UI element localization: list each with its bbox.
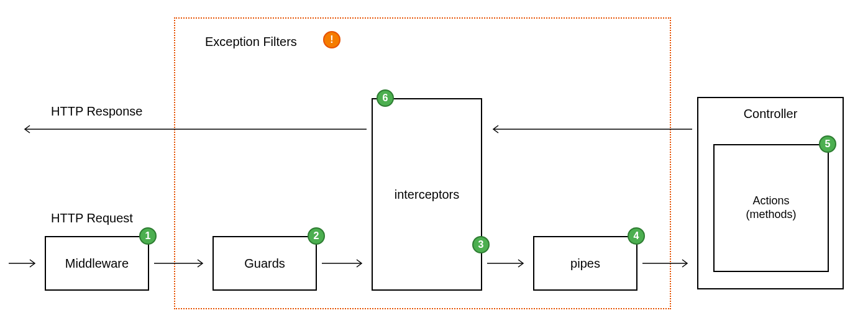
warning-icon: ! <box>323 31 340 48</box>
middleware-box: Middleware <box>45 236 149 291</box>
interceptors-label: interceptors <box>395 188 460 202</box>
badge-1: 1 <box>139 227 157 245</box>
http-request-label: HTTP Request <box>51 211 133 225</box>
guards-box: Guards <box>212 236 317 291</box>
guards-label: Guards <box>244 257 285 271</box>
exception-filters-label: Exception Filters <box>205 35 297 49</box>
badge-4: 4 <box>628 227 645 245</box>
badge-2: 2 <box>308 227 325 245</box>
actions-box: Actions (methods) <box>713 144 829 272</box>
http-response-label: HTTP Response <box>51 104 142 119</box>
badge-6: 6 <box>377 89 394 107</box>
arrow-pipes-controller <box>642 257 692 270</box>
middleware-label: Middleware <box>65 257 129 271</box>
actions-label-line2: (methods) <box>746 208 796 222</box>
arrow-middleware-guards <box>154 257 208 270</box>
pipes-box: pipes <box>533 236 637 291</box>
arrow-guards-interceptors <box>322 257 367 270</box>
diagram-canvas: Exception Filters ! HTTP Response HTTP R… <box>0 0 868 318</box>
arrow-in-middleware <box>9 257 40 270</box>
arrow-controller-interceptors <box>487 122 692 137</box>
arrow-interceptors-out <box>19 122 367 137</box>
pipes-label: pipes <box>570 257 600 271</box>
badge-3: 3 <box>472 236 490 253</box>
badge-5: 5 <box>819 135 836 153</box>
controller-label: Controller <box>744 107 798 121</box>
interceptors-box: interceptors <box>372 98 482 291</box>
actions-label-line1: Actions <box>752 194 789 208</box>
arrow-interceptors-pipes <box>487 257 528 270</box>
